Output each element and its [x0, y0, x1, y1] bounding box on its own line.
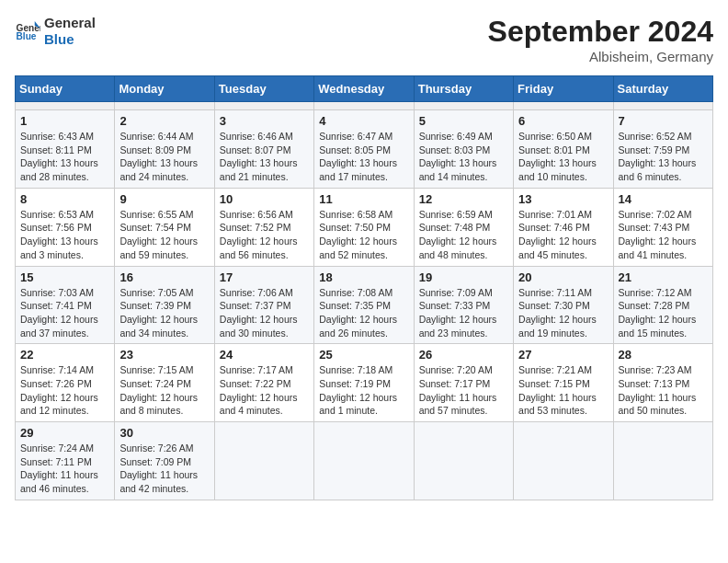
- day-number: 16: [119, 270, 209, 284]
- day-info: Sunrise: 7:08 AM Sunset: 7:35 PM Dayligh…: [319, 286, 408, 340]
- day-header-saturday: Saturday: [613, 76, 712, 102]
- day-info: Sunrise: 7:12 AM Sunset: 7:28 PM Dayligh…: [619, 286, 708, 340]
- day-info: Sunrise: 7:05 AM Sunset: 7:39 PM Dayligh…: [119, 286, 209, 340]
- calendar-cell: [514, 422, 613, 500]
- calendar-week-0: [16, 102, 713, 110]
- day-info: Sunrise: 7:24 AM Sunset: 7:11 PM Dayligh…: [20, 442, 109, 496]
- day-number: 5: [419, 114, 508, 128]
- calendar-cell: 6Sunrise: 6:50 AM Sunset: 8:01 PM Daylig…: [514, 110, 613, 189]
- calendar-cell: [16, 102, 115, 110]
- day-number: 25: [319, 348, 408, 362]
- day-number: 8: [20, 192, 109, 206]
- calendar-cell: [314, 102, 414, 110]
- calendar-cell: 28Sunrise: 7:23 AM Sunset: 7:13 PM Dayli…: [613, 344, 712, 422]
- day-info: Sunrise: 7:18 AM Sunset: 7:19 PM Dayligh…: [319, 363, 408, 418]
- calendar-cell: 3Sunrise: 6:46 AM Sunset: 8:07 PM Daylig…: [214, 110, 313, 189]
- day-header-friday: Friday: [514, 76, 613, 102]
- calendar-header-row: SundayMondayTuesdayWednesdayThursdayFrid…: [16, 76, 713, 102]
- calendar-cell: [514, 102, 613, 110]
- day-number: 22: [20, 348, 109, 362]
- day-number: 2: [119, 114, 209, 128]
- day-number: 10: [220, 192, 309, 206]
- svg-text:Blue: Blue: [17, 31, 37, 41]
- day-info: Sunrise: 6:55 AM Sunset: 7:54 PM Dayligh…: [119, 208, 209, 262]
- day-info: Sunrise: 6:58 AM Sunset: 7:50 PM Dayligh…: [319, 208, 408, 262]
- calendar-cell: 12Sunrise: 6:59 AM Sunset: 7:48 PM Dayli…: [414, 188, 513, 266]
- calendar-cell: 22Sunrise: 7:14 AM Sunset: 7:26 PM Dayli…: [16, 344, 115, 422]
- day-info: Sunrise: 7:09 AM Sunset: 7:33 PM Dayligh…: [419, 286, 508, 340]
- calendar-cell: [214, 102, 313, 110]
- day-info: Sunrise: 6:44 AM Sunset: 8:09 PM Dayligh…: [119, 130, 209, 184]
- calendar-cell: 4Sunrise: 6:47 AM Sunset: 8:05 PM Daylig…: [314, 110, 414, 189]
- calendar-cell: 29Sunrise: 7:24 AM Sunset: 7:11 PM Dayli…: [16, 422, 115, 500]
- day-info: Sunrise: 6:53 AM Sunset: 7:56 PM Dayligh…: [20, 208, 109, 262]
- day-header-tuesday: Tuesday: [214, 76, 313, 102]
- calendar-cell: 26Sunrise: 7:20 AM Sunset: 7:17 PM Dayli…: [414, 344, 513, 422]
- day-number: 1: [20, 114, 109, 128]
- day-number: 28: [619, 348, 708, 362]
- day-header-monday: Monday: [115, 76, 214, 102]
- day-number: 19: [419, 270, 508, 284]
- calendar-cell: [414, 422, 513, 500]
- calendar-cell: 14Sunrise: 7:02 AM Sunset: 7:43 PM Dayli…: [613, 188, 712, 266]
- day-number: 6: [518, 114, 608, 128]
- logo-general: General: [44, 15, 96, 31]
- day-number: 30: [119, 426, 209, 440]
- day-info: Sunrise: 7:06 AM Sunset: 7:37 PM Dayligh…: [220, 286, 309, 340]
- day-info: Sunrise: 7:14 AM Sunset: 7:26 PM Dayligh…: [20, 363, 109, 418]
- day-info: Sunrise: 7:21 AM Sunset: 7:15 PM Dayligh…: [518, 363, 608, 418]
- calendar-cell: [214, 422, 313, 500]
- logo: General Blue General Blue: [15, 15, 96, 48]
- day-info: Sunrise: 7:02 AM Sunset: 7:43 PM Dayligh…: [619, 208, 708, 262]
- day-info: Sunrise: 7:26 AM Sunset: 7:09 PM Dayligh…: [119, 442, 209, 496]
- day-info: Sunrise: 7:11 AM Sunset: 7:30 PM Dayligh…: [518, 286, 608, 340]
- day-number: 7: [619, 114, 708, 128]
- day-number: 13: [518, 192, 608, 206]
- day-info: Sunrise: 6:43 AM Sunset: 8:11 PM Dayligh…: [20, 130, 109, 184]
- day-header-wednesday: Wednesday: [314, 76, 414, 102]
- calendar-week-3: 15Sunrise: 7:03 AM Sunset: 7:41 PM Dayli…: [16, 266, 713, 344]
- day-number: 18: [319, 270, 408, 284]
- day-number: 3: [220, 114, 309, 128]
- calendar-cell: [314, 422, 414, 500]
- day-number: 20: [518, 270, 608, 284]
- day-number: 9: [119, 192, 209, 206]
- calendar-cell: 16Sunrise: 7:05 AM Sunset: 7:39 PM Dayli…: [115, 266, 214, 344]
- day-number: 4: [319, 114, 408, 128]
- day-info: Sunrise: 6:50 AM Sunset: 8:01 PM Dayligh…: [518, 130, 608, 184]
- month-title: September 2024: [488, 15, 713, 49]
- day-number: 26: [419, 348, 508, 362]
- calendar-cell: [414, 102, 513, 110]
- calendar-cell: 27Sunrise: 7:21 AM Sunset: 7:15 PM Dayli…: [514, 344, 613, 422]
- day-number: 14: [619, 192, 708, 206]
- day-info: Sunrise: 6:47 AM Sunset: 8:05 PM Dayligh…: [319, 130, 408, 184]
- calendar-cell: 25Sunrise: 7:18 AM Sunset: 7:19 PM Dayli…: [314, 344, 414, 422]
- day-number: 29: [20, 426, 109, 440]
- calendar-cell: 11Sunrise: 6:58 AM Sunset: 7:50 PM Dayli…: [314, 188, 414, 266]
- day-info: Sunrise: 6:59 AM Sunset: 7:48 PM Dayligh…: [419, 208, 508, 262]
- day-info: Sunrise: 7:17 AM Sunset: 7:22 PM Dayligh…: [220, 363, 309, 418]
- calendar-cell: 23Sunrise: 7:15 AM Sunset: 7:24 PM Dayli…: [115, 344, 214, 422]
- day-number: 12: [419, 192, 508, 206]
- calendar-week-2: 8Sunrise: 6:53 AM Sunset: 7:56 PM Daylig…: [16, 188, 713, 266]
- calendar-cell: 5Sunrise: 6:49 AM Sunset: 8:03 PM Daylig…: [414, 110, 513, 189]
- calendar-cell: [613, 102, 712, 110]
- calendar-cell: 15Sunrise: 7:03 AM Sunset: 7:41 PM Dayli…: [16, 266, 115, 344]
- day-number: 15: [20, 270, 109, 284]
- calendar-cell: 8Sunrise: 6:53 AM Sunset: 7:56 PM Daylig…: [16, 188, 115, 266]
- calendar-cell: [613, 422, 712, 500]
- day-info: Sunrise: 6:52 AM Sunset: 7:59 PM Dayligh…: [619, 130, 708, 184]
- day-info: Sunrise: 6:56 AM Sunset: 7:52 PM Dayligh…: [220, 208, 309, 262]
- calendar-cell: 9Sunrise: 6:55 AM Sunset: 7:54 PM Daylig…: [115, 188, 214, 266]
- calendar-cell: [115, 102, 214, 110]
- day-number: 21: [619, 270, 708, 284]
- calendar-cell: 20Sunrise: 7:11 AM Sunset: 7:30 PM Dayli…: [514, 266, 613, 344]
- calendar-cell: 7Sunrise: 6:52 AM Sunset: 7:59 PM Daylig…: [613, 110, 712, 189]
- day-info: Sunrise: 7:20 AM Sunset: 7:17 PM Dayligh…: [419, 363, 508, 418]
- day-header-sunday: Sunday: [16, 76, 115, 102]
- day-info: Sunrise: 7:15 AM Sunset: 7:24 PM Dayligh…: [119, 363, 209, 418]
- calendar-week-4: 22Sunrise: 7:14 AM Sunset: 7:26 PM Dayli…: [16, 344, 713, 422]
- day-info: Sunrise: 7:23 AM Sunset: 7:13 PM Dayligh…: [619, 363, 708, 418]
- day-number: 11: [319, 192, 408, 206]
- page-header: General Blue General Blue September 2024…: [15, 15, 713, 64]
